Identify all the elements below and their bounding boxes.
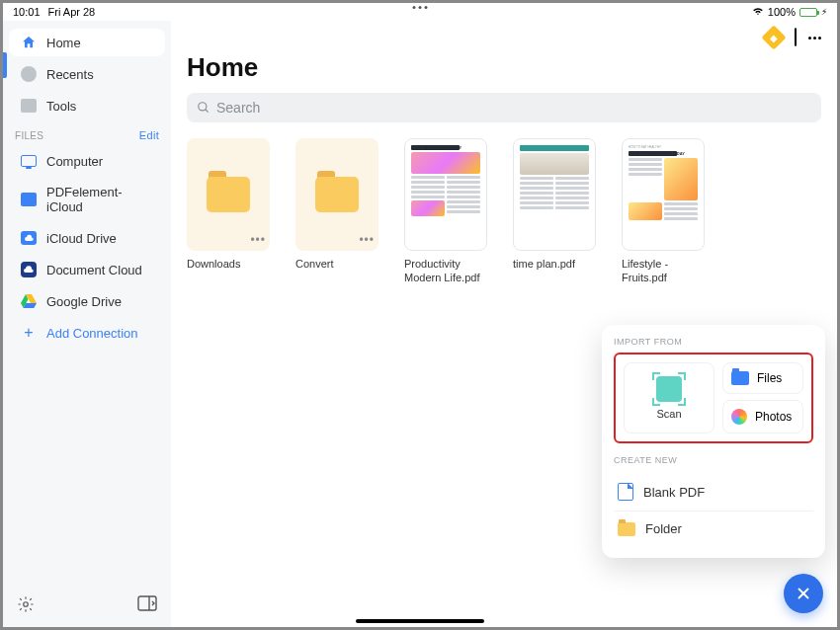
- location-label: Google Drive: [46, 294, 122, 309]
- charging-icon: ⚡︎: [821, 7, 827, 17]
- item-productivity[interactable]: PROMOTE PRODUCTIVITY Productivity Modern…: [404, 138, 487, 285]
- files-label: Files: [757, 371, 782, 385]
- active-indicator: [3, 52, 7, 78]
- google-drive-icon: [21, 293, 37, 309]
- inbox-button[interactable]: [795, 29, 797, 46]
- item-convert[interactable]: ••• Convert: [295, 138, 378, 285]
- envelope-icon: [795, 28, 797, 46]
- photos-icon: [731, 409, 747, 425]
- folder-icon: [315, 177, 359, 212]
- status-time: 10:01: [13, 6, 41, 18]
- doc-thumb: PROMOTE PRODUCTIVITY: [404, 138, 487, 251]
- document-cloud-icon: [21, 262, 37, 277]
- files-section-header: FILES: [15, 130, 43, 141]
- item-label: Downloads: [187, 257, 270, 271]
- item-label: Productivity Modern Life.pdf: [404, 257, 487, 285]
- wifi-icon: [752, 6, 764, 18]
- home-indicator[interactable]: [356, 619, 484, 623]
- item-lifestyle[interactable]: HOW TO EAT HEALTHY AND FEEL GOOD EVERY D…: [622, 138, 705, 285]
- import-photos-button[interactable]: Photos: [722, 400, 803, 433]
- scan-label: Scan: [656, 408, 681, 420]
- gear-icon: [17, 595, 35, 613]
- battery-icon: [799, 8, 817, 17]
- main-content: ◆ Home Search ••• Downloads: [171, 21, 837, 627]
- svg-point-0: [24, 602, 29, 607]
- close-icon: [795, 585, 812, 602]
- preview-heading: PROMOTE PRODUCTIVITY: [411, 145, 460, 150]
- location-label: Computer: [46, 154, 103, 169]
- item-label: Convert: [295, 257, 378, 271]
- more-options-button[interactable]: [808, 37, 821, 39]
- preview-subheading: HOW TO EAT HEALTHY: [629, 145, 698, 149]
- doc-thumb: [513, 138, 596, 251]
- folder-thumb: •••: [295, 138, 378, 251]
- location-label: PDFelement-iCloud: [46, 185, 153, 214]
- create-folder-button[interactable]: Folder: [614, 511, 813, 546]
- blank-pdf-label: Blank PDF: [643, 485, 705, 500]
- tools-icon: [21, 98, 37, 114]
- nav-home[interactable]: Home: [9, 29, 165, 56]
- item-more-button[interactable]: •••: [250, 233, 266, 247]
- import-section-label: IMPORT FROM: [614, 337, 813, 347]
- multitask-dots-icon[interactable]: [413, 6, 428, 9]
- create-blank-pdf-button[interactable]: Blank PDF: [614, 473, 813, 511]
- location-label: Document Cloud: [46, 263, 142, 277]
- status-date: Fri Apr 28: [48, 6, 96, 18]
- import-scan-button[interactable]: Scan: [624, 362, 714, 433]
- layout-toggle-button[interactable]: [137, 595, 157, 617]
- item-time-plan[interactable]: time plan.pdf: [513, 138, 596, 285]
- folder-icon: [207, 177, 250, 212]
- create-import-popover: IMPORT FROM Scan Files: [602, 325, 825, 558]
- diamond-icon: ◆: [770, 33, 778, 43]
- item-label: Lifestyle - Fruits.pdf: [622, 257, 705, 285]
- search-field[interactable]: Search: [187, 93, 821, 122]
- scan-icon: [656, 376, 682, 402]
- status-bar: 10:01 Fri Apr 28 100% ⚡︎: [3, 3, 837, 21]
- preview-heading: AND FEEL GOOD EVERY DAY: [629, 151, 677, 156]
- device-frame: 10:01 Fri Apr 28 100% ⚡︎ Home Re: [0, 0, 840, 630]
- import-files-button[interactable]: Files: [722, 362, 803, 394]
- location-label: iCloud Drive: [46, 231, 117, 246]
- add-connection-label: Add Connection: [46, 326, 138, 341]
- item-more-button[interactable]: •••: [359, 233, 375, 247]
- sidebar: Home Recents Tools FILES Edit Computer P…: [3, 21, 171, 627]
- svg-line-4: [206, 110, 209, 113]
- nav-label: Tools: [46, 99, 76, 114]
- close-fab-button[interactable]: [784, 574, 823, 613]
- location-computer[interactable]: Computer: [9, 147, 165, 175]
- photos-label: Photos: [755, 410, 792, 424]
- nav-recents[interactable]: Recents: [9, 60, 165, 88]
- search-placeholder: Search: [216, 100, 260, 116]
- computer-icon: [21, 153, 37, 169]
- folder-icon: [618, 522, 635, 536]
- nav-tools[interactable]: Tools: [9, 92, 165, 119]
- folder-label: Folder: [645, 521, 682, 536]
- search-icon: [197, 101, 210, 115]
- icloud-icon: [21, 230, 37, 246]
- import-highlight-box: Scan Files Photos: [614, 353, 813, 443]
- create-section-label: CREATE NEW: [614, 455, 813, 465]
- add-connection-button[interactable]: + Add Connection: [9, 319, 165, 347]
- premium-badge-button[interactable]: ◆: [761, 25, 786, 49]
- home-icon: [21, 35, 37, 50]
- doc-thumb: HOW TO EAT HEALTHY AND FEEL GOOD EVERY D…: [622, 138, 705, 251]
- location-google-drive[interactable]: Google Drive: [9, 287, 165, 315]
- settings-button[interactable]: [17, 595, 35, 617]
- location-pdfelement-icloud[interactable]: PDFelement-iCloud: [9, 179, 165, 220]
- item-label: time plan.pdf: [513, 257, 596, 271]
- clock-icon: [21, 66, 37, 82]
- app-folder-icon: [21, 192, 37, 207]
- blank-pdf-icon: [618, 483, 633, 501]
- item-downloads[interactable]: ••• Downloads: [187, 138, 270, 285]
- battery-pct: 100%: [768, 6, 796, 18]
- location-document-cloud[interactable]: Document Cloud: [9, 256, 165, 283]
- edit-locations-button[interactable]: Edit: [139, 129, 159, 141]
- page-title: Home: [187, 52, 821, 83]
- nav-label: Home: [46, 36, 81, 50]
- location-icloud-drive[interactable]: iCloud Drive: [9, 224, 165, 252]
- plus-icon: +: [21, 325, 37, 341]
- svg-point-3: [199, 103, 207, 111]
- files-icon: [731, 371, 749, 385]
- nav-label: Recents: [46, 67, 94, 82]
- layout-icon: [137, 595, 157, 611]
